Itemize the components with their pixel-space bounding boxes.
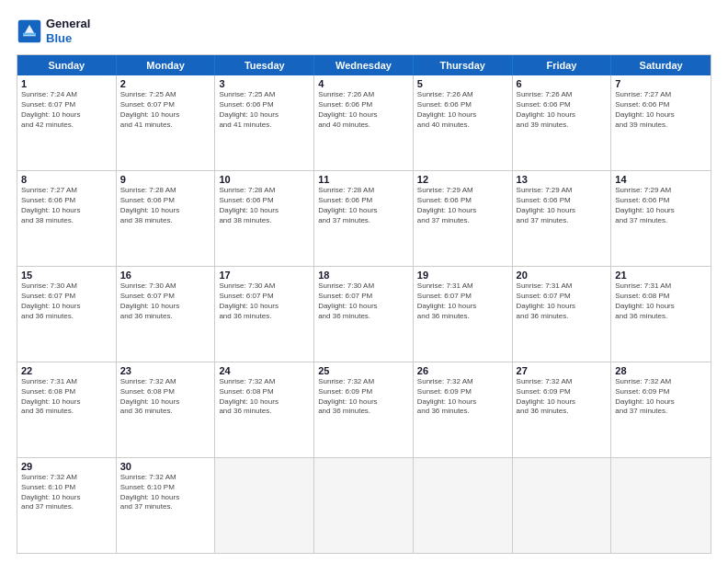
day-number: 5 (417, 78, 508, 89)
calendar-cell: 12Sunrise: 7:29 AM Sunset: 6:06 PM Dayli… (414, 171, 513, 266)
svg-rect-2 (23, 32, 36, 35)
calendar-cell: 2Sunrise: 7:25 AM Sunset: 6:07 PM Daylig… (117, 75, 216, 170)
day-number: 2 (120, 78, 211, 89)
day-info: Sunrise: 7:30 AM Sunset: 6:07 PM Dayligh… (120, 282, 211, 321)
calendar-row-4: 22Sunrise: 7:31 AM Sunset: 6:08 PM Dayli… (17, 362, 711, 458)
day-number: 13 (517, 174, 608, 185)
day-info: Sunrise: 7:32 AM Sunset: 6:10 PM Dayligh… (21, 473, 112, 512)
day-number: 6 (517, 78, 608, 89)
calendar-cell: 25Sunrise: 7:32 AM Sunset: 6:09 PM Dayli… (314, 362, 414, 457)
calendar-cell: 15Sunrise: 7:30 AM Sunset: 6:07 PM Dayli… (17, 267, 117, 362)
day-number: 3 (219, 78, 310, 89)
day-info: Sunrise: 7:31 AM Sunset: 6:08 PM Dayligh… (615, 282, 707, 321)
header-tuesday: Tuesday (215, 55, 314, 75)
calendar-cell: 10Sunrise: 7:28 AM Sunset: 6:06 PM Dayli… (215, 171, 314, 266)
calendar-cell: 13Sunrise: 7:29 AM Sunset: 6:06 PM Dayli… (513, 171, 612, 266)
day-info: Sunrise: 7:26 AM Sunset: 6:06 PM Dayligh… (517, 90, 608, 130)
day-info: Sunrise: 7:29 AM Sunset: 6:06 PM Dayligh… (615, 186, 707, 225)
day-info: Sunrise: 7:32 AM Sunset: 6:08 PM Dayligh… (219, 377, 310, 417)
header-sunday: Sunday (17, 55, 117, 75)
calendar-header: SundayMondayTuesdayWednesdayThursdayFrid… (17, 55, 711, 75)
calendar-cell: 5Sunrise: 7:26 AM Sunset: 6:06 PM Daylig… (414, 75, 513, 170)
day-info: Sunrise: 7:27 AM Sunset: 6:06 PM Dayligh… (21, 186, 112, 225)
day-number: 8 (21, 174, 112, 185)
day-info: Sunrise: 7:26 AM Sunset: 6:06 PM Dayligh… (318, 90, 409, 130)
calendar-cell: 16Sunrise: 7:30 AM Sunset: 6:07 PM Dayli… (117, 267, 216, 362)
logo: General Blue (17, 17, 90, 45)
day-number: 11 (318, 174, 409, 185)
day-info: Sunrise: 7:25 AM Sunset: 6:07 PM Dayligh… (120, 90, 211, 130)
calendar-cell: 3Sunrise: 7:25 AM Sunset: 6:06 PM Daylig… (215, 75, 314, 170)
calendar-cell: 26Sunrise: 7:32 AM Sunset: 6:09 PM Dayli… (414, 362, 513, 457)
calendar-cell: 4Sunrise: 7:26 AM Sunset: 6:06 PM Daylig… (314, 75, 414, 170)
calendar-cell: 20Sunrise: 7:31 AM Sunset: 6:07 PM Dayli… (513, 267, 612, 362)
day-number: 1 (21, 78, 112, 89)
calendar-cell (513, 458, 612, 553)
day-number: 21 (615, 270, 707, 281)
day-info: Sunrise: 7:32 AM Sunset: 6:09 PM Dayligh… (517, 377, 608, 417)
day-number: 29 (21, 461, 112, 472)
day-number: 17 (219, 270, 310, 281)
calendar-cell: 18Sunrise: 7:30 AM Sunset: 6:07 PM Dayli… (314, 267, 414, 362)
calendar-row-5: 29Sunrise: 7:32 AM Sunset: 6:10 PM Dayli… (17, 458, 711, 553)
calendar-cell: 29Sunrise: 7:32 AM Sunset: 6:10 PM Dayli… (17, 458, 117, 553)
calendar-cell (314, 458, 414, 553)
day-info: Sunrise: 7:30 AM Sunset: 6:07 PM Dayligh… (219, 282, 310, 321)
day-info: Sunrise: 7:30 AM Sunset: 6:07 PM Dayligh… (21, 282, 112, 321)
day-number: 15 (21, 270, 112, 281)
day-info: Sunrise: 7:24 AM Sunset: 6:07 PM Dayligh… (21, 90, 112, 130)
day-number: 9 (120, 174, 211, 185)
calendar-cell: 1Sunrise: 7:24 AM Sunset: 6:07 PM Daylig… (17, 75, 117, 170)
day-info: Sunrise: 7:27 AM Sunset: 6:06 PM Dayligh… (615, 90, 707, 130)
calendar-cell: 30Sunrise: 7:32 AM Sunset: 6:10 PM Dayli… (117, 458, 216, 553)
day-info: Sunrise: 7:30 AM Sunset: 6:07 PM Dayligh… (318, 282, 409, 321)
day-info: Sunrise: 7:32 AM Sunset: 6:10 PM Dayligh… (120, 473, 211, 512)
day-info: Sunrise: 7:32 AM Sunset: 6:09 PM Dayligh… (417, 377, 508, 417)
day-info: Sunrise: 7:31 AM Sunset: 6:07 PM Dayligh… (517, 282, 608, 321)
day-number: 26 (417, 365, 508, 376)
day-info: Sunrise: 7:31 AM Sunset: 6:07 PM Dayligh… (417, 282, 508, 321)
day-info: Sunrise: 7:29 AM Sunset: 6:06 PM Dayligh… (517, 186, 608, 225)
day-number: 24 (219, 365, 310, 376)
calendar: SundayMondayTuesdayWednesdayThursdayFrid… (17, 54, 711, 554)
calendar-cell: 6Sunrise: 7:26 AM Sunset: 6:06 PM Daylig… (513, 75, 612, 170)
day-number: 25 (318, 365, 409, 376)
day-number: 18 (318, 270, 409, 281)
day-info: Sunrise: 7:31 AM Sunset: 6:08 PM Dayligh… (21, 377, 112, 417)
day-number: 4 (318, 78, 409, 89)
day-number: 30 (120, 461, 211, 472)
day-info: Sunrise: 7:25 AM Sunset: 6:06 PM Dayligh… (219, 90, 310, 130)
calendar-cell: 21Sunrise: 7:31 AM Sunset: 6:08 PM Dayli… (611, 267, 711, 362)
calendar-cell: 8Sunrise: 7:27 AM Sunset: 6:06 PM Daylig… (17, 171, 117, 266)
calendar-cell: 17Sunrise: 7:30 AM Sunset: 6:07 PM Dayli… (215, 267, 314, 362)
day-info: Sunrise: 7:32 AM Sunset: 6:09 PM Dayligh… (615, 377, 707, 417)
calendar-body: 1Sunrise: 7:24 AM Sunset: 6:07 PM Daylig… (17, 75, 711, 553)
day-number: 16 (120, 270, 211, 281)
calendar-cell: 27Sunrise: 7:32 AM Sunset: 6:09 PM Dayli… (513, 362, 612, 457)
calendar-cell: 7Sunrise: 7:27 AM Sunset: 6:06 PM Daylig… (611, 75, 711, 170)
day-info: Sunrise: 7:28 AM Sunset: 6:06 PM Dayligh… (219, 186, 310, 225)
day-info: Sunrise: 7:28 AM Sunset: 6:06 PM Dayligh… (318, 186, 409, 225)
header-wednesday: Wednesday (314, 55, 414, 75)
page: General Blue SundayMondayTuesdayWednesda… (0, 0, 728, 563)
logo-text: General Blue (46, 17, 90, 45)
header-monday: Monday (117, 55, 216, 75)
day-number: 12 (417, 174, 508, 185)
calendar-cell: 11Sunrise: 7:28 AM Sunset: 6:06 PM Dayli… (314, 171, 414, 266)
calendar-cell: 28Sunrise: 7:32 AM Sunset: 6:09 PM Dayli… (611, 362, 711, 457)
calendar-cell: 19Sunrise: 7:31 AM Sunset: 6:07 PM Dayli… (414, 267, 513, 362)
calendar-cell: 23Sunrise: 7:32 AM Sunset: 6:08 PM Dayli… (117, 362, 216, 457)
day-number: 14 (615, 174, 707, 185)
day-number: 28 (615, 365, 707, 376)
day-number: 22 (21, 365, 112, 376)
calendar-cell (611, 458, 711, 553)
calendar-cell: 14Sunrise: 7:29 AM Sunset: 6:06 PM Dayli… (611, 171, 711, 266)
day-info: Sunrise: 7:26 AM Sunset: 6:06 PM Dayligh… (417, 90, 508, 130)
calendar-row-1: 1Sunrise: 7:24 AM Sunset: 6:07 PM Daylig… (17, 75, 711, 171)
calendar-cell: 22Sunrise: 7:31 AM Sunset: 6:08 PM Dayli… (17, 362, 117, 457)
calendar-cell: 9Sunrise: 7:28 AM Sunset: 6:06 PM Daylig… (117, 171, 216, 266)
header: General Blue (17, 17, 711, 45)
logo-icon (17, 18, 42, 44)
day-number: 10 (219, 174, 310, 185)
calendar-cell (215, 458, 314, 553)
